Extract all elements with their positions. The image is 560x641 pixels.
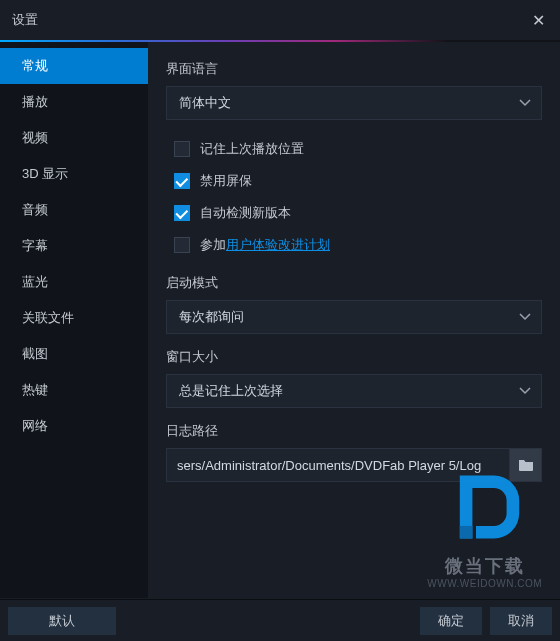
sidebar-item-hotkey[interactable]: 热键: [0, 372, 148, 408]
default-button[interactable]: 默认: [8, 607, 116, 635]
sidebar-item-playback[interactable]: 播放: [0, 84, 148, 120]
sidebar-item-label: 关联文件: [22, 309, 74, 327]
sidebar-item-label: 字幕: [22, 237, 48, 255]
ui-language-label: 界面语言: [166, 60, 542, 78]
sidebar-item-label: 音频: [22, 201, 48, 219]
startup-mode-value: 每次都询问: [179, 308, 244, 326]
sidebar-item-label: 截图: [22, 345, 48, 363]
remember-position-checkbox[interactable]: [174, 141, 190, 157]
ux-program-row: 参加用户体验改进计划: [166, 230, 542, 260]
cancel-button[interactable]: 取消: [490, 607, 552, 635]
sidebar-item-label: 3D 显示: [22, 165, 68, 183]
chevron-down-icon: [519, 313, 531, 321]
startup-mode-label: 启动模式: [166, 274, 542, 292]
startup-mode-select[interactable]: 每次都询问: [166, 300, 542, 334]
sidebar-item-label: 视频: [22, 129, 48, 147]
disable-screensaver-checkbox[interactable]: [174, 173, 190, 189]
sidebar-item-network[interactable]: 网络: [0, 408, 148, 444]
remember-position-row: 记住上次播放位置: [166, 134, 542, 164]
ui-language-value: 简体中文: [179, 94, 231, 112]
auto-update-checkbox[interactable]: [174, 205, 190, 221]
window-title: 设置: [12, 11, 38, 29]
browse-button[interactable]: [510, 448, 542, 482]
sidebar-item-bluray[interactable]: 蓝光: [0, 264, 148, 300]
titlebar: 设置 ✕: [0, 0, 560, 40]
content-panel: 界面语言 简体中文 记住上次播放位置 禁用屏保 自动检测新版本 参加用户体验改进…: [148, 42, 560, 598]
disable-screensaver-row: 禁用屏保: [166, 166, 542, 196]
sidebar-item-association[interactable]: 关联文件: [0, 300, 148, 336]
sidebar-item-general[interactable]: 常规: [0, 48, 148, 84]
log-path-label: 日志路径: [166, 422, 542, 440]
footer: 默认 确定 取消: [0, 599, 560, 641]
sidebar-item-label: 播放: [22, 93, 48, 111]
auto-update-row: 自动检测新版本: [166, 198, 542, 228]
window-size-value: 总是记住上次选择: [179, 382, 283, 400]
sidebar: 常规 播放 视频 3D 显示 音频 字幕 蓝光 关联文件 截图 热键 网络: [0, 42, 148, 598]
chevron-down-icon: [519, 387, 531, 395]
sidebar-item-label: 蓝光: [22, 273, 48, 291]
sidebar-item-label: 热键: [22, 381, 48, 399]
ok-button[interactable]: 确定: [420, 607, 482, 635]
auto-update-label: 自动检测新版本: [200, 204, 291, 222]
remember-position-label: 记住上次播放位置: [200, 140, 304, 158]
sidebar-item-screenshot[interactable]: 截图: [0, 336, 148, 372]
ux-program-link[interactable]: 用户体验改进计划: [226, 236, 330, 254]
sidebar-item-subtitle[interactable]: 字幕: [0, 228, 148, 264]
ui-language-select[interactable]: 简体中文: [166, 86, 542, 120]
window-size-select[interactable]: 总是记住上次选择: [166, 374, 542, 408]
sidebar-item-video[interactable]: 视频: [0, 120, 148, 156]
window-size-label: 窗口大小: [166, 348, 542, 366]
disable-screensaver-label: 禁用屏保: [200, 172, 252, 190]
ux-program-checkbox[interactable]: [174, 237, 190, 253]
chevron-down-icon: [519, 99, 531, 107]
sidebar-item-audio[interactable]: 音频: [0, 192, 148, 228]
folder-icon: [518, 458, 534, 472]
sidebar-item-3d[interactable]: 3D 显示: [0, 156, 148, 192]
sidebar-item-label: 网络: [22, 417, 48, 435]
log-path-input[interactable]: [166, 448, 510, 482]
sidebar-item-label: 常规: [22, 57, 48, 75]
ux-program-prefix: 参加: [200, 236, 226, 254]
close-icon[interactable]: ✕: [528, 11, 548, 30]
